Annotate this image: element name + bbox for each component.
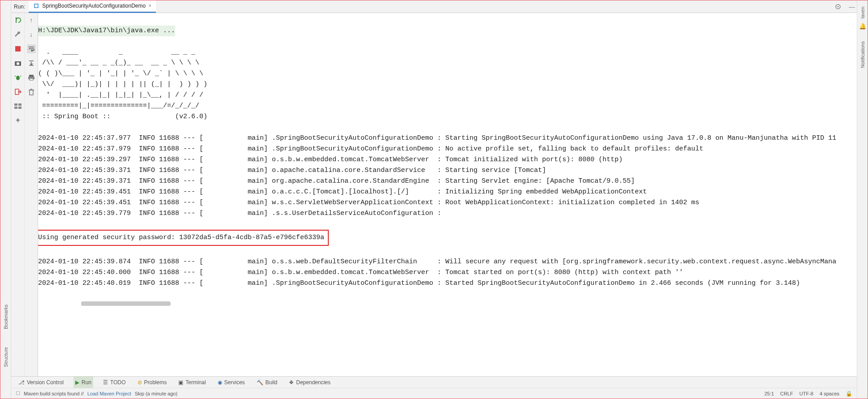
bottom-toolbar: ⎇ Version Control ▶ Run ☰ TODO ⊘ Problem… xyxy=(11,376,857,388)
log-line: 2024-01-10 22:45:39.297 INFO 11688 --- [… xyxy=(38,156,623,163)
tab-dependencies[interactable]: ❖ Dependencies xyxy=(287,377,332,388)
branch-icon: ⎇ xyxy=(18,379,25,386)
svg-point-3 xyxy=(838,6,839,7)
play-icon: ▶ xyxy=(75,379,79,386)
log-line: 2024-01-10 22:45:39.451 INFO 11688 --- [… xyxy=(38,199,699,206)
lock-icon[interactable]: 🔒 xyxy=(846,390,852,397)
hammer-icon: 🔨 xyxy=(257,379,263,386)
svg-rect-18 xyxy=(30,78,33,80)
bell-icon[interactable]: 🔔 xyxy=(859,23,866,30)
close-icon[interactable]: × xyxy=(148,3,151,9)
layout-icon[interactable] xyxy=(13,102,22,111)
print-icon[interactable] xyxy=(27,73,36,82)
run-toolwindow-header: Run: SpringBootSecurityAutoConfiguration… xyxy=(11,0,857,13)
highlighted-password-line: Using generated security password: 13072… xyxy=(38,230,329,246)
left-tool-gutter: Bookmarks Structure xyxy=(0,0,11,399)
tab-build[interactable]: 🔨 Build xyxy=(255,377,279,388)
load-maven-link[interactable]: Load Maven Project xyxy=(87,391,131,396)
pin-icon[interactable] xyxy=(13,116,22,125)
structure-tool[interactable]: Structure xyxy=(3,347,9,367)
log-line: 2024-01-10 22:45:37.979 INFO 11688 --- [… xyxy=(38,145,703,153)
svg-rect-14 xyxy=(14,107,17,109)
bookmarks-tool[interactable]: Bookmarks xyxy=(3,305,9,329)
scroll-to-end-icon[interactable] xyxy=(27,59,36,68)
rerun-icon[interactable] xyxy=(13,16,22,25)
gear-icon[interactable] xyxy=(833,3,843,10)
tab-run[interactable]: ▶ Run xyxy=(73,377,93,388)
right-tool-gutter: laven 🔔 Notifications xyxy=(857,0,868,399)
svg-point-7 xyxy=(17,62,19,65)
terminal-icon: ▣ xyxy=(178,379,183,386)
svg-rect-19 xyxy=(30,90,33,95)
minimize-icon[interactable]: — xyxy=(847,3,857,10)
console-actions-column: ↑ ↓ xyxy=(25,13,38,376)
spring-icon xyxy=(33,3,39,9)
structure-label: Structure xyxy=(3,347,9,367)
svg-rect-13 xyxy=(18,103,21,106)
bug-rerun-icon[interactable] xyxy=(13,73,22,82)
up-arrow-icon[interactable]: ↑ xyxy=(27,16,36,25)
soft-wrap-icon[interactable] xyxy=(27,44,36,53)
tab-problems[interactable]: ⊘ Problems xyxy=(136,377,169,388)
notifications-label: Notifications xyxy=(860,41,865,68)
tab-version-control[interactable]: ⎇ Version Control xyxy=(17,377,65,388)
line-separator[interactable]: CRLF xyxy=(780,391,793,396)
log-line: 2024-01-10 22:45:37.977 INFO 11688 --- [… xyxy=(38,134,836,142)
run-tab[interactable]: SpringBootSecurityAutoConfigurationDemo … xyxy=(29,0,156,13)
notifications-tool[interactable]: Notifications xyxy=(860,41,865,68)
skip-text: Skip (a minute ago) xyxy=(135,391,177,396)
wrench-icon[interactable] xyxy=(13,30,22,39)
log-line: 2024-01-10 22:45:40.019 INFO 11688 --- [… xyxy=(38,279,800,287)
command-line: H:\JDE\JDK\Java17\bin\java.exe ... xyxy=(38,26,175,36)
log-line: 2024-01-10 22:45:39.779 INFO 11688 --- [… xyxy=(38,210,441,217)
log-line: 2024-01-10 22:45:39.874 INFO 11688 --- [… xyxy=(38,258,836,266)
log-line: 2024-01-10 22:45:39.371 INFO 11688 --- [… xyxy=(38,177,635,185)
status-message: Maven build scripts found // xyxy=(24,391,84,396)
svg-line-9 xyxy=(15,76,16,77)
services-icon: ◉ xyxy=(218,379,222,386)
tab-todo[interactable]: ☰ TODO xyxy=(101,377,127,388)
svg-rect-1 xyxy=(35,4,38,7)
clear-icon[interactable] xyxy=(27,87,36,96)
log-line: 2024-01-10 22:45:40.000 INFO 11688 --- [… xyxy=(38,269,683,276)
svg-point-8 xyxy=(16,76,20,80)
run-label: Run: xyxy=(14,4,25,10)
svg-rect-5 xyxy=(15,46,21,51)
spring-banner: . ____ _ __ _ _ /\\ / ___'_ __ _ _(_)_ _… xyxy=(38,48,207,120)
stop-icon[interactable] xyxy=(13,44,22,53)
svg-rect-15 xyxy=(18,107,21,109)
status-bar: ☐ Maven build scripts found // Load Mave… xyxy=(11,388,857,399)
run-actions-column xyxy=(11,13,25,376)
file-encoding[interactable]: UTF-8 xyxy=(799,391,813,396)
horizontal-scrollbar[interactable] xyxy=(81,301,171,306)
status-icon: ☐ xyxy=(16,390,20,396)
warning-icon: ⊘ xyxy=(138,379,142,386)
svg-rect-16 xyxy=(29,75,34,77)
deps-icon: ❖ xyxy=(289,379,294,386)
exit-icon[interactable] xyxy=(13,87,22,96)
caret-position[interactable]: 25:1 xyxy=(765,391,774,396)
tab-services[interactable]: ◉ Services xyxy=(216,377,247,388)
maven-tool[interactable]: laven xyxy=(860,7,865,18)
log-line: 2024-01-10 22:45:39.451 INFO 11688 --- [… xyxy=(38,188,647,196)
down-arrow-icon[interactable]: ↓ xyxy=(27,30,36,39)
run-tab-label: SpringBootSecurityAutoConfigurationDemo xyxy=(42,3,146,9)
maven-label: laven xyxy=(860,7,865,18)
console-output[interactable]: H:\JDE\JDK\Java17\bin\java.exe ... . ___… xyxy=(38,13,857,376)
camera-icon[interactable] xyxy=(13,59,22,68)
log-line: 2024-01-10 22:45:39.371 INFO 11688 --- [… xyxy=(38,167,546,174)
list-icon: ☰ xyxy=(103,379,108,386)
tab-terminal[interactable]: ▣ Terminal xyxy=(176,377,207,388)
svg-line-10 xyxy=(20,76,21,77)
svg-rect-12 xyxy=(14,103,17,106)
indent-setting[interactable]: 4 spaces xyxy=(820,391,839,396)
bookmarks-label: Bookmarks xyxy=(3,305,9,329)
